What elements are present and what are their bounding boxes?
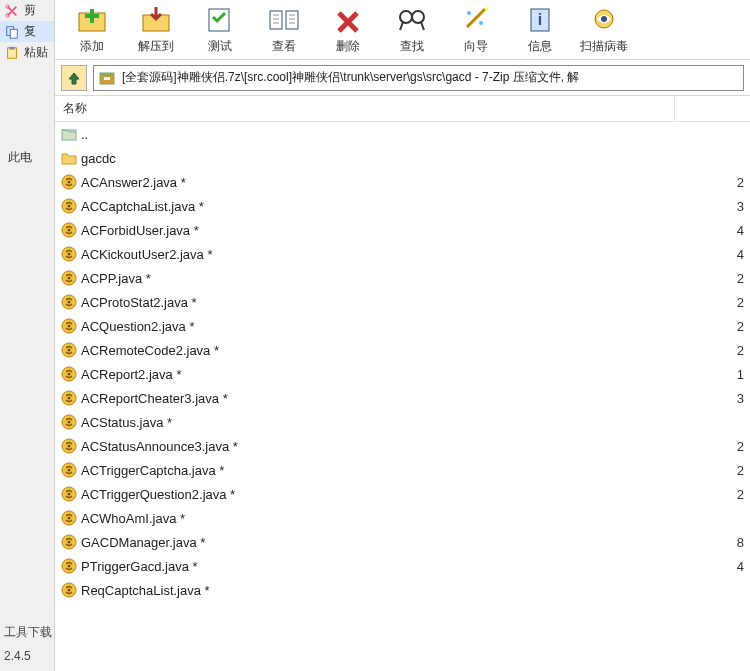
- scissors-icon: [4, 3, 20, 19]
- svg-point-18: [601, 16, 607, 22]
- svg-rect-3: [10, 29, 17, 38]
- svg-rect-10: [286, 11, 298, 29]
- file-size: 2: [687, 439, 750, 454]
- file-row[interactable]: ACKickoutUser2.java *4: [55, 242, 750, 266]
- view-icon: [266, 4, 302, 36]
- java-file-icon: [61, 198, 77, 214]
- svg-point-58: [68, 589, 71, 592]
- file-row[interactable]: ACCaptchaList.java *3: [55, 194, 750, 218]
- main-area: 添加 解压到 测试 查看 删除 查找 向导 i 信息: [55, 0, 750, 671]
- file-name: ACStatus.java *: [81, 415, 172, 430]
- java-file-icon: [61, 246, 77, 262]
- file-row[interactable]: ACWhoAmI.java *: [55, 506, 750, 530]
- file-row[interactable]: ACTriggerCaptcha.java *2: [55, 458, 750, 482]
- cut-item[interactable]: 剪: [0, 0, 54, 21]
- add-button[interactable]: 添加: [65, 4, 119, 55]
- wizard-icon: [458, 4, 494, 36]
- copy-item[interactable]: 复: [0, 21, 54, 42]
- folder-up-icon: [61, 126, 77, 142]
- wizard-button[interactable]: 向导: [449, 4, 503, 55]
- file-row[interactable]: ACReport2.java *1: [55, 362, 750, 386]
- java-file-icon: [61, 270, 77, 286]
- tool-label: 测试: [208, 38, 232, 55]
- find-button[interactable]: 查找: [385, 4, 439, 55]
- view-button[interactable]: 查看: [257, 4, 311, 55]
- file-row[interactable]: ACReportCheater3.java *3: [55, 386, 750, 410]
- svg-point-40: [68, 373, 71, 376]
- file-size: 4: [687, 559, 750, 574]
- file-row[interactable]: ACPP.java *2: [55, 266, 750, 290]
- file-list[interactable]: ..gacdcACAnswer2.java *2ACCaptchaList.ja…: [55, 122, 750, 671]
- java-file-icon: [61, 558, 77, 574]
- paste-item[interactable]: 粘贴: [0, 42, 54, 63]
- java-file-icon: [61, 414, 77, 430]
- file-name: ACPP.java *: [81, 271, 151, 286]
- file-size: 8: [687, 535, 750, 550]
- file-name: ACForbidUser.java *: [81, 223, 199, 238]
- svg-point-13: [467, 11, 471, 15]
- file-row[interactable]: PTriggerGacd.java *4: [55, 554, 750, 578]
- svg-point-52: [68, 517, 71, 520]
- file-name: ACAnswer2.java *: [81, 175, 186, 190]
- path-input[interactable]: [全套源码]神雕侠侣.7z\[src.cool]神雕侠侣\trunk\serve…: [93, 65, 744, 91]
- java-file-icon: [61, 390, 77, 406]
- path-text: [全套源码]神雕侠侣.7z\[src.cool]神雕侠侣\trunk\serve…: [122, 69, 579, 86]
- file-row[interactable]: ACProtoStat2.java *2: [55, 290, 750, 314]
- file-row[interactable]: ACForbidUser.java *4: [55, 218, 750, 242]
- col-size[interactable]: [675, 96, 750, 121]
- file-row[interactable]: ACStatus.java *: [55, 410, 750, 434]
- extract-button[interactable]: 解压到: [129, 4, 183, 55]
- java-file-icon: [61, 462, 77, 478]
- download-label: 工具下载: [4, 624, 52, 641]
- svg-point-54: [68, 541, 71, 544]
- sidebar-bottom: 工具下载 2.4.5: [4, 624, 52, 663]
- java-file-icon: [61, 366, 77, 382]
- file-name: ..: [81, 127, 88, 142]
- toolbar: 添加 解压到 测试 查看 删除 查找 向导 i 信息: [55, 0, 750, 60]
- java-file-icon: [61, 222, 77, 238]
- file-name: ACStatusAnnounce3.java *: [81, 439, 238, 454]
- col-name[interactable]: 名称: [55, 96, 675, 121]
- svg-point-24: [68, 181, 71, 184]
- test-button[interactable]: 测试: [193, 4, 247, 55]
- up-arrow-icon: [66, 70, 82, 86]
- cut-label: 剪: [24, 2, 36, 19]
- svg-point-38: [68, 349, 71, 352]
- file-name: ACCaptchaList.java *: [81, 199, 204, 214]
- delete-button[interactable]: 删除: [321, 4, 375, 55]
- add-icon: [74, 4, 110, 36]
- file-size: 2: [687, 319, 750, 334]
- file-row[interactable]: ReqCaptchaList.java *: [55, 578, 750, 602]
- java-file-icon: [61, 438, 77, 454]
- file-row[interactable]: ACStatusAnnounce3.java *2: [55, 434, 750, 458]
- left-sidebar: 剪 复 粘贴 此电 工具下载 2.4.5: [0, 0, 55, 671]
- file-size: 2: [687, 463, 750, 478]
- java-file-icon: [61, 534, 77, 550]
- file-row[interactable]: ACTriggerQuestion2.java *2: [55, 482, 750, 506]
- svg-rect-20: [100, 73, 114, 76]
- up-button[interactable]: [61, 65, 87, 91]
- file-row[interactable]: ..: [55, 122, 750, 146]
- svg-point-50: [68, 493, 71, 496]
- thispc-label[interactable]: 此电: [0, 143, 54, 172]
- file-name: ACTriggerQuestion2.java *: [81, 487, 235, 502]
- file-row[interactable]: GACDManager.java *8: [55, 530, 750, 554]
- info-button[interactable]: i 信息: [513, 4, 567, 55]
- tool-label: 向导: [464, 38, 488, 55]
- file-name: PTriggerGacd.java *: [81, 559, 198, 574]
- scan-button[interactable]: 扫描病毒: [577, 4, 631, 55]
- file-row[interactable]: ACQuestion2.java *2: [55, 314, 750, 338]
- file-row[interactable]: ACRemoteCode2.java *2: [55, 338, 750, 362]
- file-row[interactable]: ACAnswer2.java *2: [55, 170, 750, 194]
- tool-label: 解压到: [138, 38, 174, 55]
- file-row[interactable]: gacdc: [55, 146, 750, 170]
- tool-label: 信息: [528, 38, 552, 55]
- file-name: gacdc: [81, 151, 116, 166]
- svg-text:i: i: [538, 11, 542, 28]
- svg-point-34: [68, 301, 71, 304]
- java-file-icon: [61, 294, 77, 310]
- file-size: 4: [687, 247, 750, 262]
- svg-point-32: [68, 277, 71, 280]
- file-size: 2: [687, 295, 750, 310]
- archive-icon: [98, 69, 116, 87]
